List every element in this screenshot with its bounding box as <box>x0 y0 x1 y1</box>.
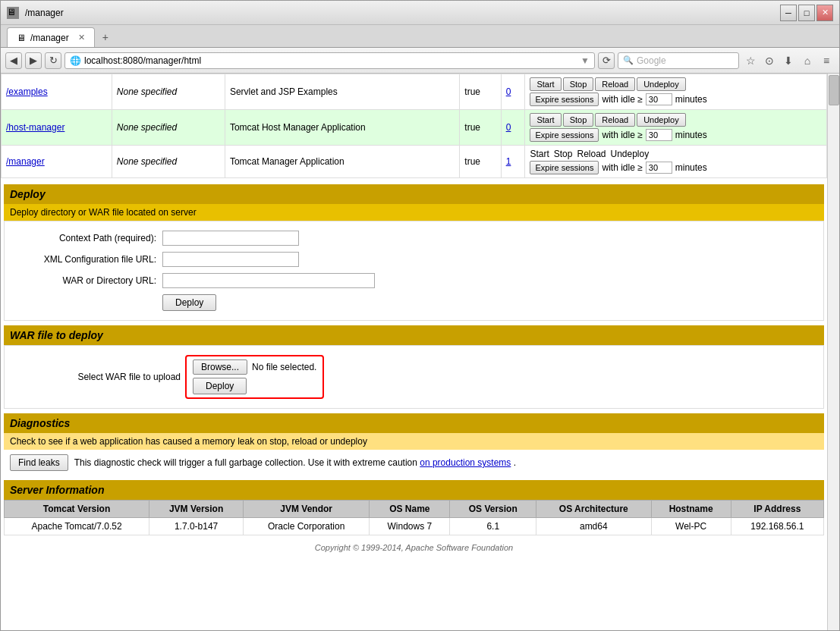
stop-button[interactable]: Stop <box>563 77 594 91</box>
tab-label: /manager <box>30 33 69 43</box>
back-button[interactable]: ◀ <box>5 52 22 69</box>
undeploy-text: Undeploy <box>611 149 650 159</box>
war-form: Select WAR file to upload Browse... No f… <box>4 345 824 409</box>
minutes-text: minutes <box>675 94 707 105</box>
idle-input[interactable] <box>646 162 672 174</box>
find-leaks-button[interactable]: Find leaks <box>10 454 68 471</box>
start-text: Start <box>530 149 549 159</box>
expire-sessions-button[interactable]: Expire sessions <box>530 93 599 106</box>
server-info-title: Server Information <box>10 484 104 496</box>
forward-button[interactable]: ▶ <box>25 52 42 69</box>
tab-close-icon[interactable]: ✕ <box>78 33 85 42</box>
idle-input[interactable] <box>646 129 672 141</box>
context-path-input[interactable] <box>162 231 299 246</box>
app-actions-cell: Start Stop Reload Undeploy Expire sessio… <box>525 110 827 146</box>
app-sessions-cell: 0 <box>501 110 525 146</box>
war-directory-label: WAR or Directory URL: <box>11 275 162 286</box>
col-os-version: OS Version <box>450 501 536 518</box>
version-text: None specified <box>117 122 177 133</box>
os-version-value: 6.1 <box>450 518 536 535</box>
page-content: /examples None specified Servlet and JSP… <box>1 74 839 630</box>
expire-sessions-button[interactable]: Expire sessions <box>530 128 599 142</box>
col-os-arch: OS Architecture <box>536 501 651 518</box>
save-icon[interactable]: ⊙ <box>761 52 778 69</box>
reload-button[interactable]: ⟳ <box>598 52 615 69</box>
deploy-section-wrapper: Deploy Deploy directory or WAR file loca… <box>1 184 827 560</box>
server-info-section-wrapper: Server Information Tomcat Version JVM Ve… <box>4 480 824 535</box>
expire-sessions-button[interactable]: Expire sessions <box>530 161 599 174</box>
deploy-form: Context Path (required): XML Configurati… <box>4 221 824 321</box>
stop-button[interactable]: Stop <box>563 113 594 127</box>
reload-text: Reload <box>577 149 606 159</box>
maximize-button[interactable]: □ <box>798 5 815 21</box>
menu-icon[interactable]: ≡ <box>818 52 835 69</box>
with-idle-text: with idle ≥ <box>602 130 642 140</box>
favicon: 🖥 <box>7 7 19 19</box>
nav-icons: ☆ ⊙ ⬇ ⌂ ≡ <box>742 52 835 69</box>
home-icon[interactable]: ⌂ <box>799 52 816 69</box>
context-path-row: Context Path (required): <box>5 228 823 249</box>
deploy-title: Deploy <box>10 188 46 200</box>
idle-input[interactable] <box>646 93 672 105</box>
bookmark-star-icon[interactable]: ☆ <box>742 52 759 69</box>
diagnostics-section-header: Diagnostics <box>4 413 824 433</box>
col-jvm-version: JVM Version <box>149 501 244 518</box>
xml-config-input[interactable] <box>162 252 299 267</box>
scrollbar[interactable] <box>827 74 839 630</box>
app-sessions-cell: 1 <box>501 146 525 178</box>
diagnostics-title: Diagnostics <box>10 417 70 429</box>
search-bar[interactable]: 🔍 Google <box>618 52 739 69</box>
new-tab-button[interactable]: + <box>95 27 116 47</box>
examples-link[interactable]: /examples <box>6 86 48 97</box>
browse-button[interactable]: Browse... <box>193 359 247 375</box>
minimize-button[interactable]: ─ <box>780 5 797 21</box>
table-row: /manager None specified Tomcat Manager A… <box>2 146 827 178</box>
download-icon[interactable]: ⬇ <box>780 52 797 69</box>
reload-button[interactable]: Reload <box>595 113 635 127</box>
applications-table: /examples None specified Servlet and JSP… <box>1 74 827 178</box>
scrollbar-thumb[interactable] <box>829 75 839 105</box>
search-placeholder: Google <box>637 55 666 66</box>
address-bar[interactable]: 🌐 localhost:8080/manager/html ▼ <box>64 52 595 69</box>
col-tomcat-version: Tomcat Version <box>5 501 149 518</box>
war-deploy-button[interactable]: Deploy <box>193 378 247 394</box>
start-button[interactable]: Start <box>530 77 561 91</box>
server-table-header-row: Tomcat Version JVM Version JVM Vendor OS… <box>5 501 824 518</box>
deploy-sub-title: Deploy directory or WAR file located on … <box>10 207 197 218</box>
host-manager-link[interactable]: /host-manager <box>6 122 64 133</box>
app-path-cell: /examples <box>2 74 112 110</box>
sessions-link[interactable]: 0 <box>506 86 511 97</box>
url-text: localhost:8080/manager/html <box>84 55 577 66</box>
undeploy-button[interactable]: Undeploy <box>637 77 685 91</box>
title-bar-text: /manager <box>25 8 64 18</box>
window-controls: ─ □ ✕ <box>780 5 833 21</box>
war-directory-input[interactable] <box>162 273 375 288</box>
undeploy-button[interactable]: Undeploy <box>637 113 685 127</box>
deploy-button-row: Deploy <box>5 291 823 314</box>
version-text: None specified <box>117 156 177 167</box>
app-running-cell: true <box>460 110 501 146</box>
diag-text-part2: . <box>514 457 516 468</box>
reload-button[interactable]: Reload <box>595 77 635 91</box>
sessions-link[interactable]: 0 <box>506 122 511 133</box>
minutes-text: minutes <box>675 162 707 173</box>
refresh-button[interactable]: ↻ <box>45 52 61 69</box>
active-tab[interactable]: 🖥 /manager ✕ <box>7 27 95 47</box>
app-version-cell: None specified <box>112 74 225 110</box>
manager-link[interactable]: /manager <box>6 156 45 167</box>
app-version-cell: None specified <box>112 110 225 146</box>
action-buttons-row2: Expire sessions with idle ≥ minutes <box>530 161 822 174</box>
deploy-button[interactable]: Deploy <box>162 294 216 311</box>
sessions-link[interactable]: 1 <box>506 156 511 167</box>
col-os-name: OS Name <box>370 501 450 518</box>
diagnostics-content: Find leaks This diagnostic check will tr… <box>4 450 824 476</box>
address-dropdown-icon[interactable]: ▼ <box>580 55 590 66</box>
app-description-cell: Tomcat Host Manager Application <box>225 110 459 146</box>
start-button[interactable]: Start <box>530 113 561 127</box>
deploy-sub-header: Deploy directory or WAR file located on … <box>4 204 824 221</box>
close-button[interactable]: ✕ <box>816 5 833 21</box>
app-version-cell: None specified <box>112 146 225 178</box>
no-file-text: No file selected. <box>252 362 316 372</box>
war-select-label: Select WAR file to upload <box>14 372 181 382</box>
production-systems-link[interactable]: on production systems <box>420 457 511 468</box>
